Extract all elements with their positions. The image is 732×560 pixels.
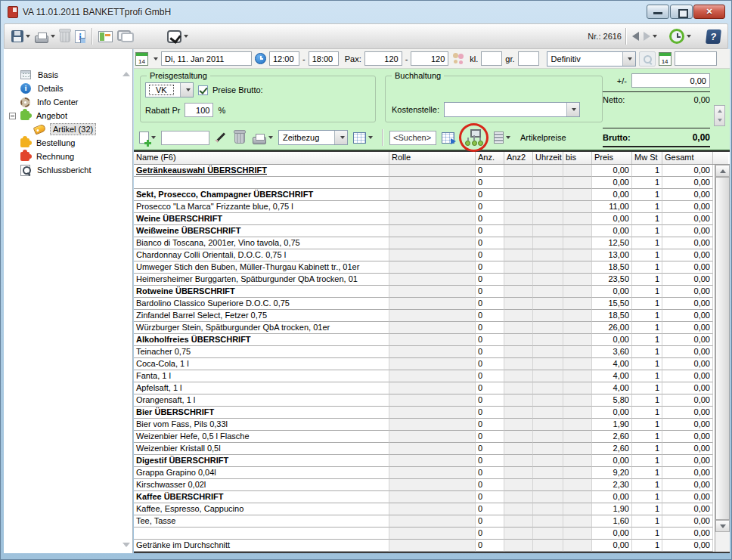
table-row[interactable]: 00,0010,00	[134, 528, 730, 540]
combo-button[interactable]	[334, 131, 347, 144]
table-row[interactable]: Getränkeauswahl ÜBERSCHRIFT00,0010,00	[134, 165, 730, 177]
table-row[interactable]: Fanta, 1 l04,0010,00	[134, 370, 730, 382]
scroll-down-button[interactable]	[715, 520, 730, 532]
column-header-bis[interactable]: bis	[563, 152, 592, 164]
table-scrollbar[interactable]	[715, 165, 730, 552]
table-row[interactable]: 00,0010,00	[134, 177, 730, 189]
article-structure-button[interactable]	[460, 125, 489, 150]
history-button[interactable]	[667, 26, 693, 46]
column-header-anz[interactable]: Anz.	[476, 152, 504, 164]
table-row[interactable]: Sekt, Prosecco, Champagner ÜBERSCHRIFT00…	[134, 189, 730, 201]
list-filter-button[interactable]	[492, 128, 513, 147]
combo-button[interactable]	[180, 83, 193, 97]
sidebar-item-angebot[interactable]: Angebot	[4, 109, 132, 122]
table-row[interactable]: Bier vom Fass, Pils 0,33l01,9010,00	[134, 419, 730, 431]
print-article-button[interactable]	[250, 128, 275, 147]
comments-button[interactable]	[115, 26, 136, 46]
delete-article-button[interactable]	[232, 128, 247, 147]
print-button[interactable]	[33, 26, 57, 46]
combo-button[interactable]	[622, 52, 635, 66]
extra-field[interactable]	[675, 51, 717, 66]
column-header-preis[interactable]: Preis	[592, 152, 632, 164]
table-row[interactable]: Weißweine ÜBERSCHRIFT00,0010,00	[134, 225, 730, 237]
time-to-field[interactable]: 18:00	[309, 51, 339, 66]
sidebar-item-info-center[interactable]: Info Center	[4, 95, 132, 109]
spinner-control[interactable]	[714, 105, 725, 126]
gr-field[interactable]	[518, 51, 539, 66]
table-row[interactable]: Kaffee, Espresso, Cappucino01,9010,00	[134, 503, 730, 515]
search-field[interactable]: <Suchen>	[389, 131, 436, 145]
edit-button[interactable]	[212, 128, 229, 147]
column-header-name[interactable]: Name (F6)	[134, 152, 389, 164]
table-row[interactable]: Chardonnay Colli Orientali, D.O.C. 0,75 …	[134, 249, 730, 261]
sidebar-item-schlussbericht[interactable]: Schlussbericht	[4, 163, 132, 177]
sidebar-item-basis[interactable]: Basis	[4, 68, 132, 82]
column-header-anz2[interactable]: Anz2	[504, 152, 533, 164]
table-row[interactable]: Prosecco "La Marca" Frizzante blue, 0,75…	[134, 201, 730, 213]
zeitbezug-combobox[interactable]: Zeitbezug	[278, 130, 348, 145]
preise-brutto-checkbox[interactable]	[198, 85, 208, 95]
info-button[interactable]	[73, 26, 88, 46]
table-row[interactable]: Kirschwasser 0,02l02,3010,00	[134, 479, 730, 491]
table-row[interactable]: Zinfandel Barrel Select, Fetzer 0,75018,…	[134, 310, 730, 322]
table-row[interactable]: Würzburger Stein, Spätburgunder QbA troc…	[134, 322, 730, 334]
calendar-export-button[interactable]	[439, 128, 457, 147]
status-combobox[interactable]: Definitiv	[547, 51, 636, 67]
table-row[interactable]: Coca-Cola, 1 l04,0010,00	[134, 358, 730, 370]
combo-button[interactable]	[566, 103, 579, 116]
table-row[interactable]: Grappa Grapino 0,04l09,2010,00	[134, 467, 730, 479]
calendar-icon[interactable]: 14	[135, 52, 148, 66]
table-row[interactable]: Digestif ÜBERSCHRIFT00,0010,00	[134, 455, 730, 467]
table-row[interactable]: Weizenbier Kristall 0,5l02,6010,00	[134, 443, 730, 455]
table-row[interactable]: Bardolino Classico Superiore D.O.C. 0,75…	[134, 298, 730, 310]
table-row[interactable]: Bianco di Toscana, 2001er, Vino tavola, …	[134, 237, 730, 249]
sidebar-item-bestellung[interactable]: Bestellung	[4, 136, 132, 150]
table-row[interactable]: Rotweine ÜBERSCHRIFT00,0010,00	[134, 286, 730, 298]
time-from-field[interactable]: 12:00	[269, 51, 299, 66]
sidebar-item-details[interactable]: Details	[4, 82, 132, 95]
close-button[interactable]	[693, 5, 725, 19]
table-row[interactable]: Weizenbier Hefe, 0,5 l Flasche02,6010,00	[134, 431, 730, 443]
table-row[interactable]: Weine ÜBERSCHRIFT00,0010,00	[134, 213, 730, 225]
clock-icon[interactable]	[255, 53, 266, 64]
minimize-button[interactable]	[647, 5, 669, 19]
delete-button[interactable]	[57, 26, 73, 46]
plusminus-field[interactable]: 0,00	[631, 73, 710, 88]
calendar-icon[interactable]: 14	[659, 52, 672, 66]
table-row[interactable]: Bier ÜBERSCHRIFT00,0010,00	[134, 407, 730, 419]
help-button[interactable]	[704, 26, 723, 46]
collapse-minus-icon[interactable]	[9, 113, 16, 119]
vk-combobox[interactable]: VK	[145, 82, 194, 97]
table-row[interactable]: Umweger Stich den Buben, Müller-Thurgau …	[134, 261, 730, 274]
table-row[interactable]: Alkoholfreies ÜBERSCHRIFT00,0010,00	[134, 334, 730, 346]
table-row[interactable]: Kaffee ÜBERSCHRIFT00,0010,00	[134, 491, 730, 503]
column-header-gesamt[interactable]: Gesamt	[662, 152, 713, 164]
new-article-button[interactable]	[137, 128, 158, 147]
nav-forward-button[interactable]	[641, 26, 659, 46]
table-row[interactable]: Teinacher 0,7503,6010,00	[134, 346, 730, 358]
sidebar-scroll-down-icon[interactable]	[123, 543, 130, 547]
scroll-thumb[interactable]	[715, 177, 730, 520]
kl-field[interactable]	[481, 51, 502, 66]
sidebar-item-rechnung[interactable]: Rechnung	[4, 150, 132, 163]
rabatt-field[interactable]: 100	[185, 103, 213, 117]
table-row[interactable]: Tee, Tasse01,6010,00	[134, 515, 730, 528]
table-row[interactable]: Orangensaft, 1 l05,8010,00	[134, 394, 730, 407]
column-header-uhrzeit[interactable]: Uhrzeit	[533, 152, 563, 164]
maximize-button[interactable]	[670, 5, 693, 19]
sidebar-scroll-up-icon[interactable]	[123, 72, 130, 76]
table-row[interactable]: Getränke im Durchschnitt00,0010,00	[134, 540, 730, 552]
layout-view-button[interactable]	[96, 26, 115, 46]
date-field[interactable]: Di, 11. Jan 2011	[161, 51, 252, 66]
chevron-down-icon[interactable]	[154, 57, 158, 60]
sidebar-item-artikel[interactable]: Artikel (32)	[4, 122, 132, 136]
pax-to-field[interactable]: 120	[411, 51, 448, 66]
tasks-button[interactable]	[165, 26, 191, 46]
article-input[interactable]	[161, 131, 209, 145]
kostenstelle-combobox[interactable]	[444, 102, 580, 117]
column-header-rolle[interactable]: Rolle	[389, 152, 476, 164]
column-header-mwst[interactable]: Mw St	[632, 152, 662, 164]
scroll-up-button[interactable]	[715, 165, 730, 177]
pax-from-field[interactable]: 120	[364, 51, 402, 66]
table-row[interactable]: Apfelsaft, 1 l04,0010,00	[134, 382, 730, 394]
